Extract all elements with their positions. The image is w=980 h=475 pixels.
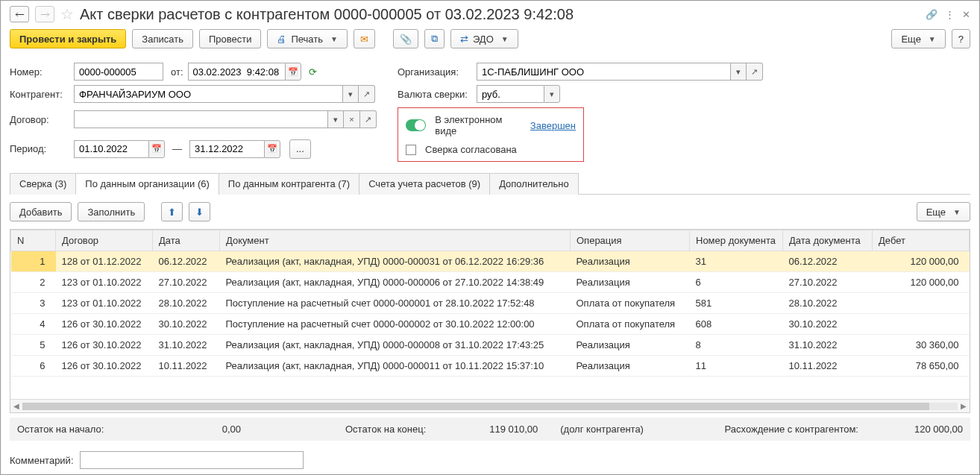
table-cell: 2 xyxy=(11,272,56,293)
write-button[interactable]: Записать xyxy=(132,29,193,48)
link-icon[interactable]: 🔗 xyxy=(926,9,937,20)
end-balance-note: (долг контрагента) xyxy=(560,424,644,435)
table-cell: 5 xyxy=(11,335,56,356)
date-input[interactable] xyxy=(188,63,285,81)
nav-back-button[interactable]: 🡐 xyxy=(10,6,29,22)
post-and-close-button[interactable]: Провести и закрыть xyxy=(10,29,126,48)
table-row[interactable]: 1128 от 01.12.202206.12.2022Реализация (… xyxy=(11,251,970,272)
table-cell: 31.10.2022 xyxy=(153,335,220,356)
table-cell: 126 от 30.10.2022 xyxy=(56,314,153,335)
paperclip-icon: 📎 xyxy=(400,34,412,45)
move-up-button[interactable]: ⬆ xyxy=(161,202,183,221)
kebab-menu-icon[interactable]: ⋮ xyxy=(945,9,955,20)
move-down-button[interactable]: ⬇ xyxy=(189,202,210,221)
edo-button[interactable]: ⇄ ЭДО ▼ xyxy=(450,29,518,48)
counterparty-label: Контрагент: xyxy=(10,89,69,100)
data-table: NДоговорДатаДокументОперацияНомер докуме… xyxy=(10,229,970,413)
tab-accounts[interactable]: Счета учета расчетов (9) xyxy=(359,173,490,195)
table-cell: 06.12.2022 xyxy=(153,251,220,272)
table-cell: Оплата от покупателя xyxy=(571,314,690,335)
tab-sverka[interactable]: Сверка (3) xyxy=(10,173,76,195)
more-button-table[interactable]: Еще ▼ xyxy=(917,202,970,221)
nav-forward-button[interactable]: 🡒 xyxy=(35,6,54,22)
period-separator: — xyxy=(172,143,182,154)
open-icon[interactable]: ↗ xyxy=(747,63,763,81)
refresh-date-icon[interactable]: ⟳ xyxy=(309,66,317,78)
electronic-toggle[interactable] xyxy=(406,119,426,131)
chevron-down-icon: ▼ xyxy=(501,35,509,43)
counterparty-input[interactable] xyxy=(74,85,342,103)
horizontal-scrollbar[interactable]: ◀ ▶ xyxy=(10,399,970,412)
mail-button[interactable]: ✉ xyxy=(354,29,375,48)
column-header[interactable]: Дебет xyxy=(873,230,970,251)
column-header[interactable]: Документ xyxy=(220,230,571,251)
more-button-top[interactable]: Еще ▼ xyxy=(891,29,945,48)
period-label: Период: xyxy=(10,143,69,154)
organization-input[interactable] xyxy=(477,63,730,81)
comment-input[interactable] xyxy=(80,451,304,469)
period-to-input[interactable] xyxy=(189,140,264,158)
agreed-checkbox[interactable] xyxy=(406,145,416,155)
column-header[interactable]: Дата документа xyxy=(783,230,873,251)
table-cell: 31 xyxy=(690,251,783,272)
table-cell: 608 xyxy=(690,314,783,335)
tab-org-data[interactable]: По данным организации (6) xyxy=(75,173,219,195)
print-button[interactable]: 🖨 Печать ▼ xyxy=(267,29,348,48)
close-window-icon[interactable]: ✕ xyxy=(962,9,970,20)
table-cell: 30.10.2022 xyxy=(783,314,873,335)
open-icon[interactable]: ↗ xyxy=(360,110,377,128)
table-cell: 27.10.2022 xyxy=(153,272,220,293)
diff-value: 120 000,00 xyxy=(873,424,963,435)
table-cell: 581 xyxy=(690,293,783,314)
table-cell: Реализация (акт, накладная, УПД) 0000-00… xyxy=(220,251,571,272)
scroll-right-icon[interactable]: ▶ xyxy=(958,402,970,410)
table-cell: 6 xyxy=(690,272,783,293)
tab-counterparty-data[interactable]: По данным контрагента (7) xyxy=(219,173,359,195)
post-button[interactable]: Провести xyxy=(199,29,262,48)
calendar-icon[interactable]: 📅 xyxy=(264,140,280,158)
add-row-button[interactable]: Добавить xyxy=(10,202,72,221)
fill-button[interactable]: Заполнить xyxy=(78,202,145,221)
table-row[interactable]: 4126 от 30.10.202230.10.2022Поступление … xyxy=(11,314,970,335)
calendar-icon[interactable]: 📅 xyxy=(148,140,165,158)
arrow-up-icon: ⬆ xyxy=(168,207,176,218)
calendar-icon[interactable]: 📅 xyxy=(285,63,301,81)
table-cell: Реализация xyxy=(571,356,690,377)
status-link[interactable]: Завершен xyxy=(530,120,576,131)
favorite-star-icon[interactable]: ☆ xyxy=(60,5,74,23)
table-cell: Реализация xyxy=(571,272,690,293)
open-icon[interactable]: ↗ xyxy=(359,85,375,103)
dropdown-icon[interactable]: ▾ xyxy=(730,63,747,81)
structure-button[interactable]: ⧉ xyxy=(424,29,445,48)
period-select-button[interactable]: ... xyxy=(289,139,311,159)
attach-button[interactable]: 📎 xyxy=(393,29,418,48)
column-header[interactable]: Договор xyxy=(56,230,153,251)
table-cell: 30 360,00 xyxy=(873,335,970,356)
currency-input[interactable] xyxy=(477,85,544,103)
dropdown-icon[interactable]: ▾ xyxy=(544,85,560,103)
column-header[interactable]: Номер документа xyxy=(690,230,783,251)
agreed-label: Сверка согласована xyxy=(425,144,517,155)
table-cell: 126 от 30.10.2022 xyxy=(56,356,153,377)
column-header[interactable]: N xyxy=(11,230,56,251)
table-cell: Реализация (акт, накладная, УПД) 0000-00… xyxy=(220,335,571,356)
dropdown-icon[interactable]: ▾ xyxy=(327,110,344,128)
contract-label: Договор: xyxy=(10,114,69,125)
table-row[interactable]: 3123 от 01.10.202228.10.2022Поступление … xyxy=(11,293,970,314)
column-header[interactable]: Операция xyxy=(571,230,690,251)
scroll-left-icon[interactable]: ◀ xyxy=(10,402,22,410)
edo-label: ЭДО xyxy=(473,34,494,45)
help-button[interactable]: ? xyxy=(952,29,970,48)
tab-additional[interactable]: Дополнительно xyxy=(489,173,579,195)
clear-icon[interactable]: × xyxy=(344,110,360,128)
dropdown-icon[interactable]: ▾ xyxy=(342,85,359,103)
table-cell: 8 xyxy=(690,335,783,356)
period-from-input[interactable] xyxy=(74,140,148,158)
table-row[interactable]: 5126 от 30.10.202231.10.2022Реализация (… xyxy=(11,335,970,356)
column-header[interactable]: Дата xyxy=(153,230,220,251)
number-input[interactable] xyxy=(74,63,163,81)
table-row[interactable]: 2123 от 01.10.202227.10.2022Реализация (… xyxy=(11,272,970,293)
contract-input[interactable] xyxy=(74,110,327,128)
table-row[interactable]: 6126 от 30.10.202210.11.2022Реализация (… xyxy=(11,356,970,377)
table-cell: Поступление на расчетный счет 0000-00000… xyxy=(220,293,571,314)
